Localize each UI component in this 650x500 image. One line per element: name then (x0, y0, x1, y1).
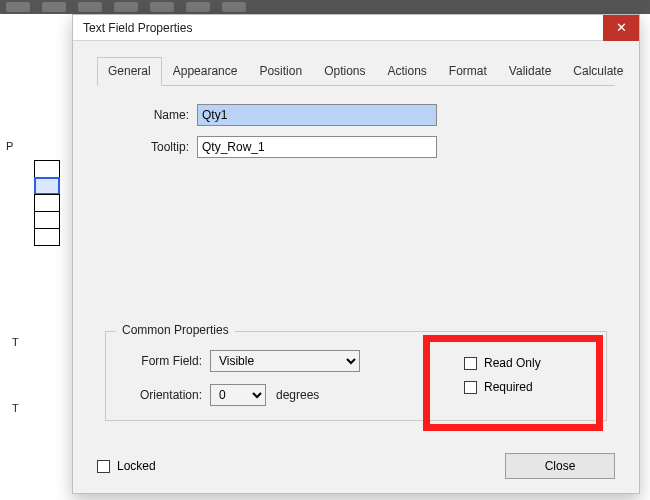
orientation-select[interactable]: 0 (210, 384, 266, 406)
common-properties-group: Common Properties Form Field: Visible Or… (105, 331, 607, 421)
readonly-label: Read Only (484, 356, 541, 370)
tooltip-label: Tooltip: (113, 140, 189, 154)
bg-field-list (34, 160, 60, 245)
required-checkbox[interactable]: Required (464, 380, 600, 394)
tab-panel-general: Name: Tooltip: (73, 86, 639, 176)
tab-position[interactable]: Position (248, 57, 313, 86)
tab-general[interactable]: General (97, 57, 162, 86)
orientation-label: Orientation: (122, 388, 202, 402)
checkbox-icon (97, 460, 110, 473)
dialog-titlebar[interactable]: Text Field Properties ✕ (73, 15, 639, 41)
close-icon[interactable]: ✕ (603, 15, 639, 41)
tooltip-input[interactable] (197, 136, 437, 158)
bg-label-t1: T (12, 336, 19, 348)
text-field-properties-dialog: Text Field Properties ✕ General Appearan… (72, 14, 640, 494)
tab-strip: General Appearance Position Options Acti… (97, 57, 615, 86)
tab-calculate[interactable]: Calculate (562, 57, 634, 86)
checkbox-icon (464, 357, 477, 370)
name-label: Name: (113, 108, 189, 122)
locked-checkbox[interactable]: Locked (97, 459, 156, 473)
app-toolbar (0, 0, 650, 14)
tab-appearance[interactable]: Appearance (162, 57, 249, 86)
dialog-title: Text Field Properties (83, 21, 192, 35)
required-label: Required (484, 380, 533, 394)
tab-validate[interactable]: Validate (498, 57, 562, 86)
tab-options[interactable]: Options (313, 57, 376, 86)
form-field-select[interactable]: Visible (210, 350, 360, 372)
tab-format[interactable]: Format (438, 57, 498, 86)
checkbox-icon (464, 381, 477, 394)
bg-label-p: P (6, 140, 13, 152)
close-button[interactable]: Close (505, 453, 615, 479)
orientation-unit: degrees (276, 388, 319, 402)
bg-label-t2: T (12, 402, 19, 414)
dialog-footer: Locked Close (97, 453, 615, 479)
group-legend: Common Properties (116, 323, 235, 337)
readonly-checkbox[interactable]: Read Only (464, 356, 600, 370)
form-field-label: Form Field: (122, 354, 202, 368)
name-input[interactable] (197, 104, 437, 126)
tab-actions[interactable]: Actions (376, 57, 437, 86)
locked-label: Locked (117, 459, 156, 473)
flags-area: Read Only Required (464, 346, 600, 404)
